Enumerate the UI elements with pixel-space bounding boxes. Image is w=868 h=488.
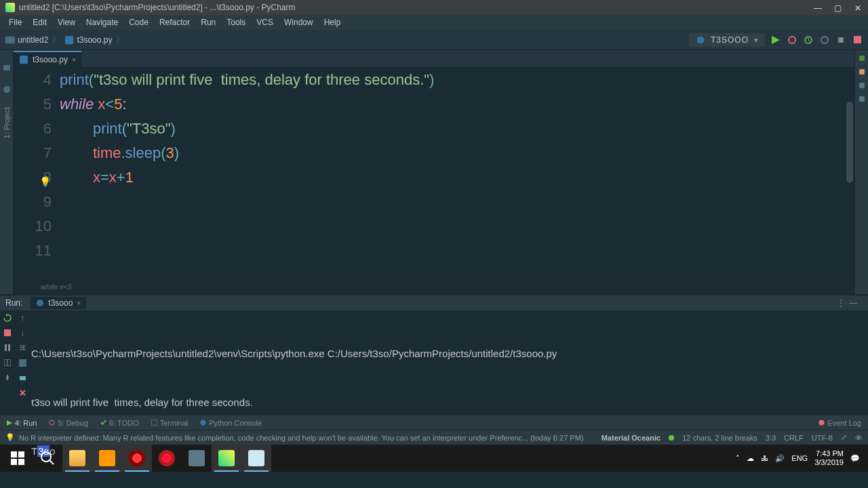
- theme-indicator[interactable]: Material Oceanic: [601, 434, 660, 442]
- taskbar-opera[interactable]: [152, 445, 182, 472]
- close-button[interactable]: ✕: [854, 3, 863, 12]
- up-button[interactable]: ↑: [18, 313, 27, 323]
- pin-button[interactable]: [3, 373, 12, 382]
- tray-notifications-icon[interactable]: 💬: [850, 454, 860, 463]
- print-button[interactable]: [18, 373, 27, 382]
- tab-run[interactable]: 4: Run: [7, 419, 37, 427]
- svg-point-9: [3, 86, 10, 93]
- minimize-button[interactable]: —: [814, 3, 822, 12]
- svg-rect-18: [20, 376, 26, 380]
- database-tool-icon[interactable]: [859, 83, 865, 88]
- run-config-name: T3SOOO: [711, 35, 749, 45]
- scroll-to-end-button[interactable]: [18, 358, 27, 367]
- pause-button[interactable]: [3, 343, 12, 352]
- breadcrumb-separator: 〉: [116, 34, 124, 45]
- run-session-tab[interactable]: t3sooo ×: [31, 297, 86, 309]
- code-line-9[interactable]: [60, 190, 854, 214]
- editor-tab[interactable]: t3sooo.py ×: [14, 51, 81, 67]
- svg-rect-12: [4, 329, 11, 336]
- profile-button[interactable]: [819, 35, 830, 45]
- code-line-10[interactable]: [60, 214, 854, 239]
- code-line-8[interactable]: 💡x=x+1: [60, 165, 854, 190]
- menu-view[interactable]: View: [53, 16, 80, 28]
- sciview-tool-icon[interactable]: [859, 96, 865, 102]
- project-tool-label[interactable]: 1: Project: [3, 107, 11, 138]
- attach-button[interactable]: [835, 35, 846, 45]
- tray-onedrive-icon[interactable]: ☁: [747, 454, 754, 463]
- close-session-icon[interactable]: ×: [77, 300, 81, 307]
- taskbar-app[interactable]: [182, 445, 212, 472]
- hide-panel-icon[interactable]: —: [849, 298, 857, 308]
- cursor-position[interactable]: 3:3: [766, 434, 776, 442]
- breadcrumb-file[interactable]: t3sooo.py: [77, 35, 112, 45]
- taskbar-notepad[interactable]: [241, 445, 271, 472]
- menu-tools[interactable]: Tools: [222, 16, 250, 28]
- menu-vcs[interactable]: VCS: [252, 16, 278, 28]
- run-button[interactable]: [770, 35, 781, 45]
- status-message[interactable]: No R interpreter defined: Many R related…: [19, 434, 583, 442]
- menu-help[interactable]: Help: [319, 16, 346, 28]
- search-button[interactable]: [33, 445, 62, 472]
- python-file-icon: [64, 35, 74, 45]
- maximize-button[interactable]: ▢: [834, 3, 842, 12]
- svg-rect-24: [18, 451, 24, 458]
- taskbar-pycharm[interactable]: [212, 445, 241, 472]
- menu-code[interactable]: Code: [124, 16, 153, 28]
- tab-event-log[interactable]: Event Log: [818, 419, 861, 427]
- tab-python-console[interactable]: Python Console: [200, 419, 262, 427]
- stop-process-button[interactable]: [3, 328, 12, 338]
- breadcrumb-project[interactable]: untitled2: [18, 35, 48, 45]
- run-configuration-selector[interactable]: T3SOOO ▾: [689, 33, 765, 47]
- code-line-7[interactable]: time.sleep(3): [60, 141, 854, 165]
- svg-rect-20: [151, 420, 157, 426]
- menu-run[interactable]: Run: [196, 16, 220, 28]
- svg-point-5: [821, 37, 828, 43]
- tray-up-icon[interactable]: ˄: [736, 454, 740, 463]
- structure-tool-icon[interactable]: [3, 85, 11, 94]
- code-line-4[interactable]: print("t3so will print five times, delay…: [60, 68, 854, 92]
- inspection-indicator[interactable]: [859, 56, 865, 61]
- menu-edit[interactable]: Edit: [28, 16, 52, 28]
- tray-language[interactable]: ENG: [791, 454, 808, 462]
- code-line-5[interactable]: while x<5:: [60, 92, 854, 117]
- layout-button[interactable]: [3, 358, 12, 367]
- menu-navigate[interactable]: Navigate: [81, 16, 123, 28]
- readonly-toggle-icon[interactable]: ⤢: [841, 433, 847, 442]
- svg-point-2: [697, 36, 705, 43]
- taskbar-explorer[interactable]: [62, 445, 92, 472]
- stop-button[interactable]: [852, 35, 863, 45]
- coverage-button[interactable]: [803, 35, 814, 45]
- taskbar-sublime[interactable]: [92, 445, 122, 472]
- wrap-button[interactable]: [18, 343, 27, 352]
- line-separator[interactable]: CRLF: [784, 434, 804, 442]
- code-line-11[interactable]: [60, 239, 854, 263]
- menu-refactor[interactable]: Refactor: [155, 16, 195, 28]
- editor-scrollbar[interactable]: [846, 102, 853, 183]
- menu-file[interactable]: File: [4, 16, 26, 28]
- svg-rect-8: [3, 65, 10, 70]
- run-settings-icon[interactable]: ⋮: [837, 298, 845, 308]
- notification-icon[interactable]: 💡: [5, 433, 15, 443]
- code-line-6[interactable]: print("T3so"): [60, 117, 854, 141]
- inspection-eye-icon[interactable]: 👁: [855, 434, 863, 442]
- code-context-breadcrumb[interactable]: while x<5: [14, 281, 854, 294]
- taskbar-clock[interactable]: 7:43 PM 3/3/2019: [814, 449, 844, 467]
- tab-debug[interactable]: 5: Debug: [49, 419, 88, 427]
- file-encoding[interactable]: UTF-8: [812, 434, 833, 442]
- close-tab-icon[interactable]: ×: [72, 56, 76, 64]
- tab-terminal[interactable]: Terminal: [151, 419, 189, 427]
- project-tool-icon[interactable]: [3, 64, 11, 72]
- intention-bulb-icon[interactable]: 💡: [39, 169, 51, 194]
- code-editor[interactable]: 4567891011 print("t3so will print five t…: [14, 68, 854, 281]
- rerun-button[interactable]: [3, 313, 12, 323]
- debug-button[interactable]: [787, 35, 797, 45]
- tab-todo[interactable]: 6: TODO: [100, 419, 139, 427]
- start-button[interactable]: [3, 445, 33, 472]
- clear-button[interactable]: [18, 388, 27, 397]
- warning-marker[interactable]: [859, 69, 865, 75]
- taskbar-recorder[interactable]: [122, 445, 152, 472]
- tray-network-icon[interactable]: 🖧: [761, 454, 768, 462]
- tray-volume-icon[interactable]: 🔊: [775, 454, 785, 463]
- menu-window[interactable]: Window: [279, 16, 318, 28]
- down-button[interactable]: ↓: [18, 328, 27, 338]
